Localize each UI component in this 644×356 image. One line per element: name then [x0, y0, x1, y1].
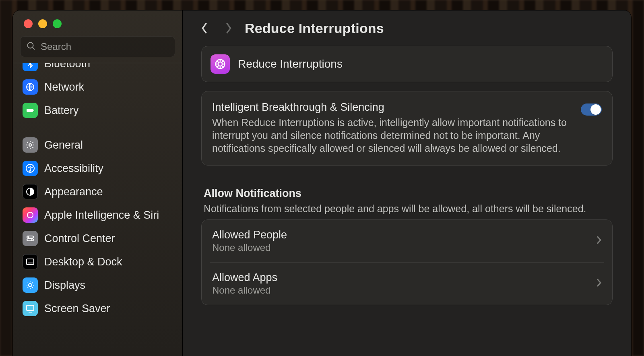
- allowed-people-row[interactable]: Allowed People None allowed: [202, 220, 612, 262]
- intelligent-breakthrough-card: Intelligent Breakthrough & Silencing Whe…: [201, 91, 613, 166]
- svg-point-5: [29, 144, 31, 146]
- appearance-icon: [23, 184, 38, 199]
- sidebar-item-label: Accessibility: [44, 162, 103, 175]
- zoom-window-button[interactable]: [53, 19, 62, 28]
- sidebar-item-appearance[interactable]: Appearance: [19, 181, 177, 203]
- row-title: Allowed Apps: [212, 271, 589, 284]
- displays-icon: [23, 277, 38, 293]
- sidebar-list[interactable]: Bluetooth Network Battery: [13, 63, 182, 356]
- globe-icon: [23, 79, 38, 95]
- sidebar: Bluetooth Network Battery: [13, 10, 183, 356]
- row-title: Allowed People: [212, 229, 589, 241]
- svg-line-1: [33, 48, 35, 50]
- svg-rect-11: [27, 239, 33, 241]
- sidebar-item-displays[interactable]: Displays: [19, 274, 177, 296]
- sidebar-item-label: Appearance: [44, 186, 103, 198]
- battery-icon: [23, 103, 38, 118]
- search-field[interactable]: [20, 36, 175, 57]
- toggle-description: When Reduce Interruptions is active, int…: [212, 116, 573, 155]
- sidebar-item-control-center[interactable]: Control Center: [19, 228, 177, 249]
- settings-window: Bluetooth Network Battery: [13, 10, 631, 356]
- focus-row: Reduce Interruptions: [202, 46, 612, 82]
- minimize-window-button[interactable]: [38, 19, 47, 28]
- row-subtitle: None allowed: [212, 285, 589, 296]
- svg-point-13: [31, 239, 33, 240]
- allow-notifications-header: Allow Notifications Notifications from s…: [201, 174, 613, 219]
- search-input[interactable]: [40, 41, 169, 53]
- sidebar-item-battery[interactable]: Battery: [19, 99, 177, 121]
- allowed-apps-row[interactable]: Allowed Apps None allowed: [210, 262, 604, 305]
- svg-rect-4: [33, 110, 34, 111]
- sidebar-item-label: Desktop & Dock: [44, 256, 122, 268]
- search-icon: [26, 41, 36, 52]
- forward-button[interactable]: [221, 20, 237, 36]
- svg-rect-10: [27, 236, 33, 238]
- sidebar-item-label: Battery: [44, 104, 79, 117]
- close-window-button[interactable]: [24, 19, 33, 28]
- main-panel: Reduce Interruptions Reduce Interruption…: [183, 10, 631, 356]
- sidebar-item-label: Network: [44, 81, 84, 93]
- desktop-dock-icon: [23, 254, 38, 269]
- sidebar-item-label: Apple Intelligence & Siri: [44, 209, 159, 221]
- section-title: Allow Notifications: [204, 187, 610, 200]
- panel-content: Reduce Interruptions Intelligent Breakth…: [183, 44, 631, 356]
- svg-rect-17: [27, 305, 34, 310]
- intelligent-breakthrough-toggle[interactable]: [581, 103, 602, 116]
- panel-header: Reduce Interruptions: [183, 10, 631, 44]
- svg-point-12: [28, 236, 29, 238]
- sidebar-item-network[interactable]: Network: [19, 76, 177, 98]
- row-subtitle: None allowed: [212, 242, 589, 253]
- svg-point-16: [29, 284, 32, 287]
- sidebar-item-label: Screen Saver: [44, 302, 110, 315]
- chevron-right-icon: [596, 278, 602, 289]
- svg-rect-3: [27, 109, 33, 112]
- sidebar-item-label: Displays: [44, 279, 85, 292]
- svg-point-0: [28, 43, 33, 48]
- sidebar-item-label: Bluetooth: [44, 63, 90, 70]
- sidebar-item-apple-intelligence-siri[interactable]: Apple Intelligence & Siri: [19, 204, 177, 226]
- reduce-interruptions-icon: [211, 54, 230, 74]
- page-title: Reduce Interruptions: [245, 21, 384, 36]
- sidebar-item-bluetooth[interactable]: Bluetooth: [19, 63, 177, 75]
- sidebar-item-desktop-dock[interactable]: Desktop & Dock: [19, 251, 177, 273]
- svg-rect-14: [27, 259, 34, 265]
- allow-list-card: Allowed People None allowed Allowed Apps…: [201, 219, 613, 305]
- svg-point-7: [30, 166, 31, 167]
- gear-icon: [23, 137, 38, 153]
- svg-point-20: [218, 62, 222, 66]
- sidebar-item-label: General: [44, 139, 83, 151]
- control-center-icon: [23, 231, 38, 246]
- back-button[interactable]: [196, 20, 213, 36]
- sidebar-item-general[interactable]: General: [19, 134, 177, 156]
- screen-saver-icon: [23, 301, 38, 316]
- sidebar-item-screen-saver[interactable]: Screen Saver: [19, 298, 177, 319]
- toggle-title: Intelligent Breakthrough & Silencing: [212, 101, 573, 114]
- sidebar-item-label: Control Center: [44, 232, 115, 245]
- siri-icon: [23, 207, 38, 223]
- toggle-knob: [590, 104, 601, 115]
- window-controls: [13, 10, 182, 31]
- section-description: Notifications from selected people and a…: [204, 202, 610, 215]
- focus-card: Reduce Interruptions: [201, 46, 613, 82]
- accessibility-icon: [23, 161, 38, 176]
- focus-name: Reduce Interruptions: [238, 58, 343, 70]
- svg-point-9: [27, 212, 33, 218]
- sidebar-item-accessibility[interactable]: Accessibility: [19, 157, 177, 179]
- bluetooth-icon: [23, 63, 38, 71]
- chevron-right-icon: [596, 235, 602, 246]
